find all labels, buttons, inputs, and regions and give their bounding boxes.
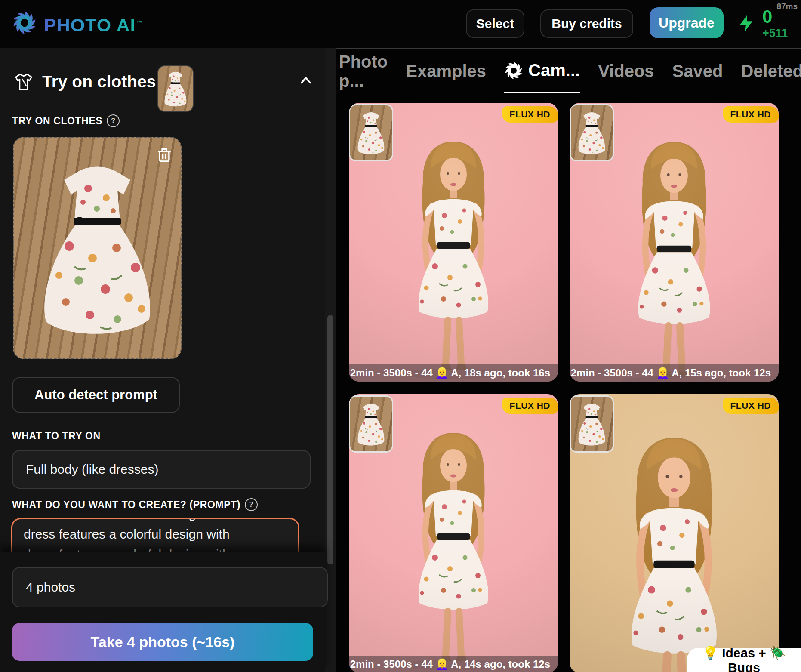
main-content: Photo p... Examples Cam... Videos Saved …: [336, 48, 801, 672]
generated-photo[interactable]: FLUX HD 2min - 3500s - 44 👱‍♀️ A, 18s ag…: [349, 103, 558, 382]
help-icon[interactable]: ?: [245, 498, 258, 511]
photo-ai-logo-icon: [12, 10, 37, 35]
photo-caption: 2min - 3500s - 44 👱‍♀️ A, 15s ago, took …: [570, 364, 779, 382]
source-dress-thumbnail[interactable]: [349, 104, 393, 161]
select-button[interactable]: Select: [466, 9, 524, 38]
generated-photo-card[interactable]: FLUX HD 2min - 3500s - 44 👱‍♀️ A, 14s ag…: [349, 394, 558, 672]
flux-hd-badge: FLUX HD: [723, 398, 779, 414]
trademark: ™: [136, 19, 142, 26]
dress-thumbnail-image: [571, 105, 613, 160]
app-title: PHOTO AI™: [44, 10, 142, 37]
generated-photo[interactable]: FLUX HD 2min - 3500s -: [570, 394, 779, 672]
tab-photo-packs[interactable]: Photo p...: [339, 49, 388, 93]
ideas-bugs-button[interactable]: 💡 Ideas + 🪲 Bugs: [687, 648, 801, 672]
sidebar-action-panel: 4 photos Take 4 photos (~16s): [0, 552, 325, 672]
prompt-label: WHAT DO YOU WANT TO CREATE? (PROMPT) ?: [12, 498, 258, 511]
generated-photo[interactable]: FLUX HD 2min - 3500s - 44 👱‍♀️ A, 14s ag…: [349, 394, 558, 672]
tshirt-icon: [13, 70, 34, 95]
flux-hd-badge: FLUX HD: [502, 398, 558, 414]
buy-credits-button[interactable]: Buy credits: [540, 9, 633, 38]
generated-photo[interactable]: FLUX HD 2min - 3500s - 44 👱‍♀️ A, 15s ag…: [570, 103, 779, 382]
photo-count-select[interactable]: 4 photos: [12, 567, 328, 607]
try-on-clothes-label: TRY ON CLOTHES ?: [12, 114, 120, 127]
what-to-try-on-label: WHAT TO TRY ON: [12, 430, 101, 442]
dress-image: [14, 138, 181, 358]
generated-photo-card[interactable]: FLUX HD 2min - 3500s - 44 👱‍♀️ A, 15s ag…: [570, 103, 779, 382]
generated-photo-card[interactable]: FLUX HD 2min - 3500s - 44 👱‍♀️ A, 18s ag…: [349, 103, 558, 382]
source-dress-thumbnail[interactable]: [349, 395, 393, 453]
tab-deleted[interactable]: Deleted: [741, 49, 801, 93]
dress-thumbnail-image: [158, 66, 193, 111]
tab-bar: Photo p... Examples Cam... Videos Saved …: [339, 49, 801, 93]
auto-detect-prompt-button[interactable]: Auto detect prompt: [12, 377, 180, 413]
source-dress-thumbnail[interactable]: [570, 395, 614, 453]
top-bar: PHOTO AI™ 87ms Select Buy credits Upgrad…: [0, 0, 801, 48]
help-icon[interactable]: ?: [107, 114, 120, 127]
panel-title: Try on clothes: [42, 72, 156, 91]
take-photos-button[interactable]: Take 4 photos (~16s): [12, 623, 313, 661]
generated-photo-card[interactable]: FLUX HD 2min - 3500s -: [570, 394, 779, 672]
selected-clothes-thumbnail[interactable]: [157, 65, 194, 112]
photo-caption: 2min - 3500s - 44 👱‍♀️ A, 18s ago, took …: [349, 364, 558, 382]
dress-thumbnail-image: [571, 397, 613, 451]
tab-examples[interactable]: Examples: [406, 49, 486, 93]
upgrade-button[interactable]: Upgrade: [650, 7, 724, 38]
credits-value: 0: [762, 8, 788, 26]
clothes-upload-preview[interactable]: [13, 137, 182, 359]
flux-hd-badge: FLUX HD: [502, 106, 558, 123]
brand[interactable]: PHOTO AI™: [12, 10, 142, 37]
tab-camera[interactable]: Cam...: [504, 49, 580, 93]
credits-counter[interactable]: 0 +511: [762, 8, 788, 39]
spiral-icon: [504, 61, 523, 80]
what-to-try-on-select[interactable]: Full body (like dresses): [12, 450, 311, 489]
collapse-chevron-icon[interactable]: [299, 75, 312, 85]
dress-thumbnail-image: [350, 397, 392, 451]
tab-saved[interactable]: Saved: [672, 49, 723, 93]
credits-delta: +511: [762, 28, 788, 39]
source-dress-thumbnail[interactable]: [570, 104, 614, 161]
lightning-bolt-icon: [736, 11, 756, 35]
dress-thumbnail-image: [350, 105, 392, 160]
scrollbar-thumb[interactable]: [327, 315, 333, 564]
delete-clothes-icon[interactable]: [156, 145, 173, 164]
photo-caption: 2min - 3500s - 44 👱‍♀️ A, 14s ago, took …: [349, 656, 558, 672]
tab-videos[interactable]: Videos: [598, 49, 654, 93]
flux-hd-badge: FLUX HD: [723, 106, 779, 123]
sidebar: Try on clothes TRY ON CLOTHES ? Auto det…: [0, 48, 325, 672]
